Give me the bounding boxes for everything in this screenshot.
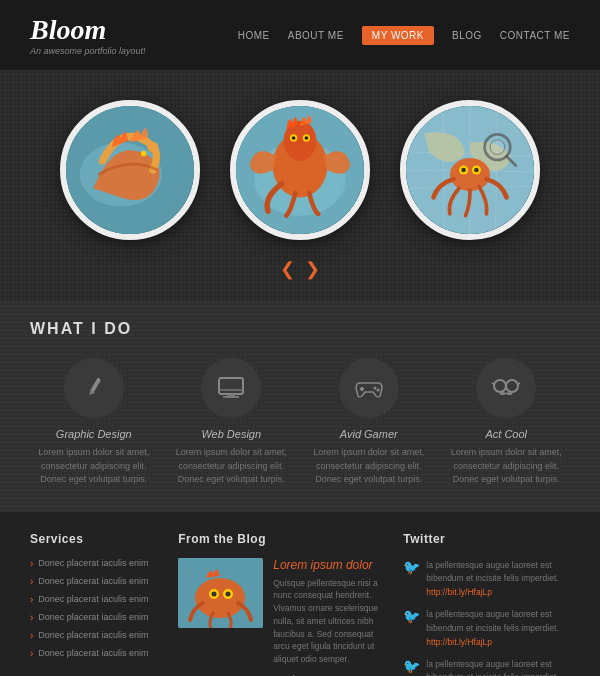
svg-point-3 xyxy=(141,151,146,156)
service-link-4[interactable]: › Donec placerat iaculis enim xyxy=(30,612,158,623)
prev-arrow[interactable]: ❮ xyxy=(280,258,295,280)
logo: Bloom xyxy=(30,14,146,46)
gamepad-icon xyxy=(355,378,383,398)
nav-contact[interactable]: CONTACT ME xyxy=(500,30,570,41)
svg-rect-29 xyxy=(219,378,243,394)
what-item-graphic-text: Lorem ipsum dolor sit amet, consectetur … xyxy=(30,446,158,487)
next-arrow[interactable]: ❯ xyxy=(305,258,320,280)
cool-icon-circle xyxy=(476,358,536,418)
portfolio-circles xyxy=(60,100,540,240)
twitter-title: Twitter xyxy=(403,532,570,546)
services-title: Services xyxy=(30,532,158,546)
service-link-2[interactable]: › Donec placerat iaculis enim xyxy=(30,576,158,587)
logo-area: Bloom An awesome portfolio layout! xyxy=(30,14,146,56)
pencil-icon xyxy=(81,375,107,401)
svg-point-19 xyxy=(450,158,490,191)
svg-point-35 xyxy=(373,387,376,390)
svg-line-40 xyxy=(492,383,494,384)
svg-point-43 xyxy=(195,578,245,618)
blog-text-area: Lorem ipsum dolor Quisque pellentesque n… xyxy=(273,558,383,677)
section-title: WHAT I DO xyxy=(30,320,570,338)
blog-thumbnail[interactable] xyxy=(178,558,263,628)
svg-point-2 xyxy=(147,142,158,153)
slider-arrows: ❮ ❯ xyxy=(280,258,320,280)
what-i-do-section: WHAT I DO Graphic Design Lorem ipsum dol… xyxy=(0,300,600,512)
arrow-icon-6: › xyxy=(30,648,33,659)
twitter-icon-3: 🐦 xyxy=(403,658,420,677)
nav-home[interactable]: HOME xyxy=(238,30,270,41)
what-item-graphic-title: Graphic Design xyxy=(30,428,158,440)
svg-point-9 xyxy=(292,136,296,140)
svg-point-21 xyxy=(461,168,466,173)
svg-point-47 xyxy=(226,591,231,596)
arrow-icon-1: › xyxy=(30,558,33,569)
blog-post-title[interactable]: Lorem ipsum dolor xyxy=(273,558,383,572)
tweet-text-3: la pellentesque augue laoreet est bibend… xyxy=(426,657,570,677)
tweet-3: 🐦 la pellentesque augue laoreet est bibe… xyxy=(403,657,570,677)
what-item-web-text: Lorem ipsum dolor sit amet, consectetur … xyxy=(168,446,296,487)
graphic-design-icon-circle xyxy=(64,358,124,418)
nav-blog[interactable]: BLOG xyxy=(452,30,482,41)
service-link-1[interactable]: › Donec placerat iaculis enim xyxy=(30,558,158,569)
service-label-6: Donec placerat iaculis enim xyxy=(38,648,148,658)
web-design-icon-circle xyxy=(201,358,261,418)
mustache-glasses-icon xyxy=(491,376,521,400)
arrow-icon-4: › xyxy=(30,612,33,623)
portfolio-item-2[interactable] xyxy=(230,100,370,240)
service-link-3[interactable]: › Donec placerat iaculis enim xyxy=(30,594,158,605)
svg-line-41 xyxy=(518,383,520,384)
main-nav: HOME ABOUT ME MY WORK BLOG CONTACT ME xyxy=(238,26,570,45)
what-item-gamer-title: Avid Gamer xyxy=(305,428,433,440)
hero-section: ❮ ❯ xyxy=(0,70,600,300)
blog-post-body: Quisque pellentesque nisi a nunc consequ… xyxy=(273,577,383,666)
monitor-icon xyxy=(217,376,245,400)
tweet-1: 🐦 la pellentesque augue laoreet est bibe… xyxy=(403,558,570,598)
header: Bloom An awesome portfolio layout! HOME … xyxy=(0,0,600,70)
footer-content: Services › Donec placerat iaculis enim ›… xyxy=(0,512,600,677)
blog-title: From the Blog xyxy=(178,532,383,546)
blog-inner: Lorem ipsum dolor Quisque pellentesque n… xyxy=(178,558,383,677)
service-link-6[interactable]: › Donec placerat iaculis enim xyxy=(30,648,158,659)
svg-point-23 xyxy=(474,168,479,173)
what-item-gamer: Avid Gamer Lorem ipsum dolor sit amet, c… xyxy=(305,358,433,487)
what-item-web-title: Web Design xyxy=(168,428,296,440)
nav-mywork[interactable]: MY WORK xyxy=(362,26,434,45)
what-item-cool-title: Act Cool xyxy=(443,428,571,440)
svg-point-36 xyxy=(376,389,379,392)
twitter-icon-2: 🐦 xyxy=(403,608,420,647)
service-label-2: Donec placerat iaculis enim xyxy=(38,576,148,586)
tweet-link-2[interactable]: http://bit.ly/HfajLp xyxy=(426,637,492,647)
nav-about[interactable]: ABOUT ME xyxy=(288,30,344,41)
portfolio-item-3[interactable] xyxy=(400,100,540,240)
blog-col: From the Blog Lorem ipsum d xyxy=(178,532,383,677)
what-item-gamer-text: Lorem ipsum dolor sit amet, consectetur … xyxy=(305,446,433,487)
svg-point-45 xyxy=(212,591,217,596)
what-item-cool: Act Cool Lorem ipsum dolor sit amet, con… xyxy=(443,358,571,487)
svg-point-26 xyxy=(490,140,505,155)
what-item-cool-text: Lorem ipsum dolor sit amet, consectetur … xyxy=(443,446,571,487)
services-col: Services › Donec placerat iaculis enim ›… xyxy=(30,532,158,677)
tweet-text-2: la pellentesque augue laoreet est bibend… xyxy=(426,607,570,647)
what-grid: Graphic Design Lorem ipsum dolor sit ame… xyxy=(30,358,570,487)
what-item-graphic: Graphic Design Lorem ipsum dolor sit ame… xyxy=(30,358,158,487)
svg-point-11 xyxy=(305,136,309,140)
gamer-icon-circle xyxy=(339,358,399,418)
service-link-5[interactable]: › Donec placerat iaculis enim xyxy=(30,630,158,641)
tweet-text-1: la pellentesque augue laoreet est bibend… xyxy=(426,558,570,598)
arrow-icon-3: › xyxy=(30,594,33,605)
service-label-5: Donec placerat iaculis enim xyxy=(38,630,148,640)
what-item-web: Web Design Lorem ipsum dolor sit amet, c… xyxy=(168,358,296,487)
twitter-col: Twitter 🐦 la pellentesque augue laoreet … xyxy=(403,532,570,677)
svg-point-38 xyxy=(506,380,518,392)
arrow-icon-2: › xyxy=(30,576,33,587)
tweet-2: 🐦 la pellentesque augue laoreet est bibe… xyxy=(403,607,570,647)
tagline: An awesome portfolio layout! xyxy=(30,46,146,56)
svg-point-37 xyxy=(494,380,506,392)
service-label-1: Donec placerat iaculis enim xyxy=(38,558,148,568)
twitter-icon-1: 🐦 xyxy=(403,559,420,598)
portfolio-item-1[interactable] xyxy=(60,100,200,240)
service-label-3: Donec placerat iaculis enim xyxy=(38,594,148,604)
service-label-4: Donec placerat iaculis enim xyxy=(38,612,148,622)
tweet-link-1[interactable]: http://bit.ly/HfajLp xyxy=(426,587,492,597)
arrow-icon-5: › xyxy=(30,630,33,641)
